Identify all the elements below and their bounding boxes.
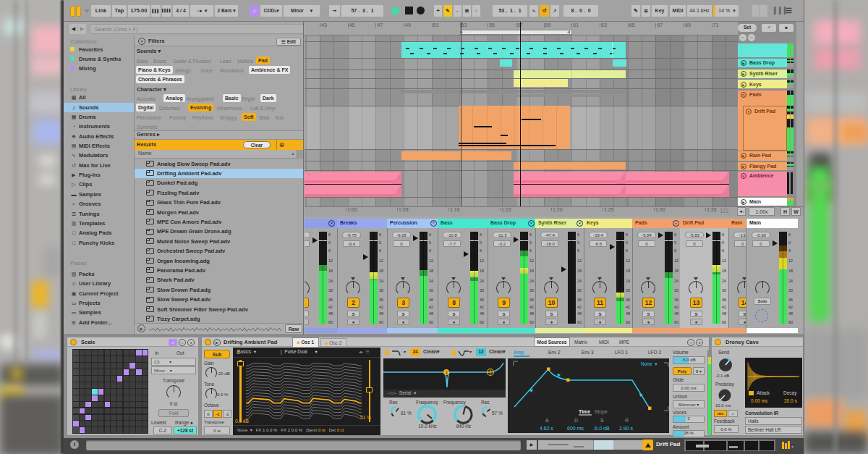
svg-text:Time: Time	[579, 409, 590, 414]
svg-text:-6.0 dB: -6.0 dB	[593, 426, 610, 431]
svg-text:2.90 s: 2.90 s	[619, 426, 634, 431]
svg-text:S: S	[600, 418, 604, 423]
svg-text:R: R	[625, 418, 629, 423]
svg-text:D: D	[574, 418, 578, 423]
svg-text:A: A	[545, 418, 549, 423]
svg-text:Slope: Slope	[595, 409, 608, 415]
svg-text:600 ms: 600 ms	[567, 426, 584, 431]
svg-text:4.62 s: 4.62 s	[540, 426, 554, 431]
